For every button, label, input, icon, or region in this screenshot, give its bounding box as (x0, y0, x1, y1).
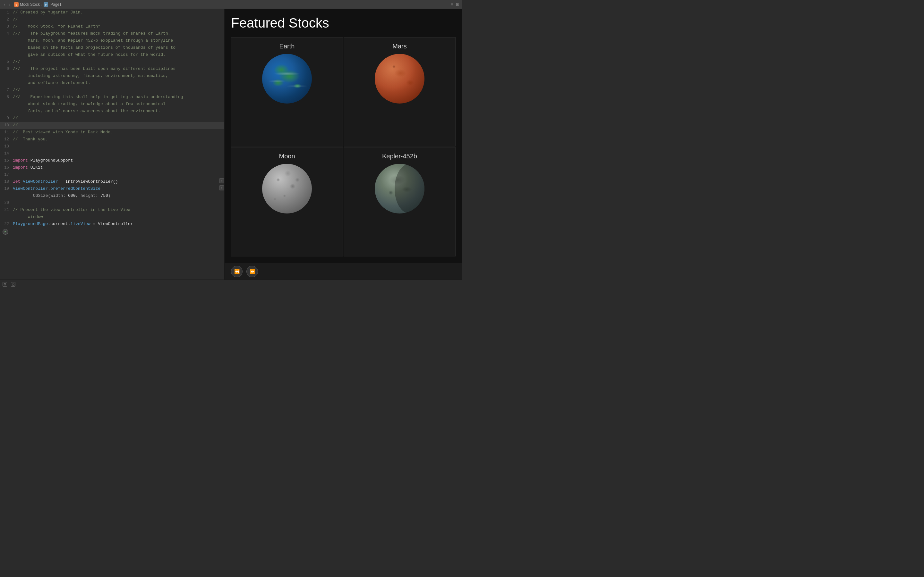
code-line-14: 14 (0, 150, 224, 157)
line-number-1: 1 (0, 9, 13, 16)
line-number-20: 20 (0, 199, 13, 206)
line-number-5: 5 (0, 58, 13, 65)
planet-cell-earth[interactable]: Earth (231, 37, 343, 147)
code-editor[interactable]: 1 // Created by Yugantar Jain. 2 // 3 //… (0, 9, 225, 279)
breadcrumb-item1[interactable]: Mock Stock (20, 2, 40, 7)
planet-image-moon (262, 164, 312, 213)
run-icon[interactable]: ▶ (3, 229, 8, 235)
line-number-18: 18 (0, 178, 13, 185)
code-content-14 (13, 150, 224, 157)
code-content-19: ViewController.preferredContentSize = CG… (13, 185, 218, 199)
bottom-bar: ⊡ ◻ (0, 279, 462, 288)
code-content-6: /// The project has been built upon many… (13, 65, 224, 87)
back-button[interactable]: ‹ (3, 2, 6, 7)
planet-cell-kepler[interactable]: Kepler-452b (344, 147, 456, 256)
breadcrumb-item2[interactable]: Page1 (50, 2, 61, 7)
breadcrumb-separator: › (41, 2, 42, 7)
featured-stocks-container: Featured Stocks Earth Mars Moon (225, 9, 462, 263)
code-content-2: // (13, 16, 224, 23)
line-number-16: 16 (0, 164, 13, 171)
line-number-6: 6 (0, 65, 13, 73)
nav-buttons: ‹ › (3, 2, 11, 7)
bottom-button-1[interactable]: ⊡ (3, 282, 7, 287)
code-line-20: 20 (0, 199, 224, 206)
code-line-6: 6 /// The project has been built upon ma… (0, 65, 224, 87)
forward-button[interactable]: › (8, 2, 11, 7)
planet-name-mars: Mars (393, 43, 407, 50)
fast-forward-icon: ⏩ (250, 269, 255, 274)
rewind-button[interactable]: ⏪ (231, 266, 242, 277)
planet-name-kepler: Kepler-452b (382, 153, 417, 160)
line-number-9: 9 (0, 115, 13, 122)
title-bar: ‹ › S Mock Stock › P Page1 ≡ ⊞ (0, 0, 462, 9)
featured-title: Featured Stocks (231, 15, 456, 31)
code-line-21: 21 // Present the view controller in the… (0, 206, 224, 221)
line-number-21: 21 (0, 206, 13, 213)
fast-forward-button[interactable]: ⏩ (246, 266, 258, 277)
svg-text:P: P (45, 3, 47, 6)
code-content-10: // (13, 122, 224, 129)
code-content-8: /// Experiencing this shall help in gett… (13, 93, 224, 115)
code-line-8: 8 /// Experiencing this shall help in ge… (0, 93, 224, 115)
code-content-18: let ViewController = IntroViewController… (13, 178, 218, 185)
line-number-3: 3 (0, 23, 13, 30)
code-line-15: 15 import PlaygroundSupport (0, 157, 224, 164)
line-number-4: 4 (0, 30, 13, 37)
bottom-icon-2: ◻ (11, 282, 15, 287)
code-line-9: 9 // (0, 115, 224, 122)
breadcrumb: S Mock Stock › P Page1 (14, 2, 61, 7)
planet-name-moon: Moon (279, 153, 295, 160)
code-line-12: 12 // Thank you. (0, 136, 224, 143)
controls-bar: ⏪ ⏩ (225, 263, 462, 279)
planet-image-mars (375, 54, 425, 103)
line-number-14: 14 (0, 150, 13, 157)
menu-icon-2[interactable]: ⊞ (456, 2, 459, 7)
run-button-18[interactable]: ▷ (219, 178, 224, 183)
line-number-11: 11 (0, 129, 13, 136)
page-icon: P (44, 2, 48, 7)
line-number-15: 15 (0, 157, 13, 164)
planet-image-kepler (375, 164, 425, 213)
code-line-2: 2 // (0, 16, 224, 23)
code-content-1: // Created by Yugantar Jain. (13, 9, 224, 16)
line-number-12: 12 (0, 136, 13, 143)
planets-grid: Earth Mars Moon Kepler-452b (231, 37, 456, 256)
breadcrumb-item2-container: P Page1 (44, 2, 61, 7)
code-line-3: 3 // "Mock Stock, for Planet Earth" (0, 23, 224, 30)
code-content-13 (13, 143, 224, 150)
code-content-21: // Present the view controller in the Li… (13, 206, 224, 221)
code-content-22: PlaygroundPage.current.liveView = ViewCo… (13, 221, 224, 227)
code-line-5: 5 /// (0, 58, 224, 65)
title-bar-actions: ≡ ⊞ (451, 2, 459, 7)
swift-icon: S (14, 2, 19, 7)
planet-cell-moon[interactable]: Moon (231, 147, 343, 256)
code-line-17: 17 (0, 171, 224, 178)
code-line-10: 10 // (0, 122, 224, 129)
line-number-2: 2 (0, 16, 13, 23)
rewind-icon: ⏪ (234, 269, 240, 274)
code-content-11: // Best viewed with Xcode in Dark Mode. (13, 129, 224, 136)
line-number-8: 8 (0, 93, 13, 101)
menu-icon-1[interactable]: ≡ (451, 2, 453, 7)
code-content-4: /// The playground features mock trading… (13, 30, 224, 58)
run-button-19[interactable]: ▷ (219, 185, 224, 190)
code-content-3: // "Mock Stock, for Planet Earth" (13, 23, 224, 30)
planet-image-earth (262, 54, 312, 103)
breadcrumb-file-icon: S (14, 2, 19, 7)
code-line-4: 4 /// The playground features mock tradi… (0, 30, 224, 58)
bottom-button-2[interactable]: ◻ (11, 282, 15, 287)
svg-text:S: S (15, 3, 17, 6)
planet-cell-mars[interactable]: Mars (344, 37, 456, 147)
planet-name-earth: Earth (279, 43, 295, 50)
code-line-1: 1 // Created by Yugantar Jain. (0, 9, 224, 16)
code-content-12: // Thank you. (13, 136, 224, 143)
code-content-15: import PlaygroundSupport (13, 157, 224, 164)
line-number-17: 17 (0, 171, 13, 178)
code-content-7: /// (13, 87, 224, 93)
code-line-18: 18 let ViewController = IntroViewControl… (0, 178, 224, 185)
code-content-5: /// (13, 58, 224, 65)
code-line-22: 22 PlaygroundPage.current.liveView = Vie… (0, 221, 224, 227)
code-line-13: 13 (0, 143, 224, 150)
line-number-22: 22 (0, 221, 13, 227)
bottom-icon-1: ⊡ (3, 282, 7, 287)
